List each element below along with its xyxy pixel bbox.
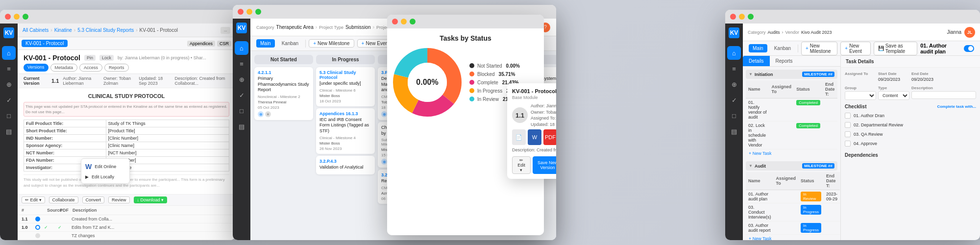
pill-access[interactable]: Access bbox=[79, 64, 102, 72]
kanban-sidebar-reports[interactable]: ▤ bbox=[235, 120, 248, 133]
edit-btn[interactable]: ✏ Edit ▾ bbox=[22, 196, 45, 203]
badge-pin[interactable]: Pin bbox=[84, 55, 96, 61]
audit-new-event-btn[interactable]: + New Event bbox=[840, 42, 870, 55]
minimize-btn[interactable] bbox=[14, 14, 20, 20]
review-btn[interactable]: Review bbox=[108, 196, 130, 203]
tooltip-save-version-btn[interactable]: Save New Version bbox=[533, 156, 556, 174]
breadcrumb-clinical-study[interactable]: 5.3 Clinical Study Reports bbox=[77, 27, 134, 33]
tab-main[interactable]: Main bbox=[256, 39, 275, 48]
tab-kanban[interactable]: Kanban bbox=[278, 39, 302, 48]
kanban-sidebar-clinical[interactable]: ⊕ bbox=[235, 73, 248, 86]
audit-sidebar-home[interactable]: ⌂ bbox=[727, 46, 741, 60]
add-task-initiation[interactable]: + New Task bbox=[746, 149, 837, 157]
audit-sidebar-clinical[interactable]: ⊕ bbox=[727, 77, 741, 91]
card-meta-53: Clinical - Milestone 6 bbox=[319, 88, 371, 93]
audit-row-2[interactable]: 03. Conduct Interview(s) In Progress bbox=[746, 203, 840, 221]
initiation-row-1[interactable]: 01. Notify vendor of audit Completed bbox=[746, 98, 837, 122]
breadcrumb-kinatine[interactable]: Kinatine bbox=[54, 27, 72, 33]
center-minimize-btn[interactable] bbox=[246, 9, 252, 15]
audit-sidebar-quality[interactable]: ✓ bbox=[727, 93, 741, 107]
pie-maximize-btn[interactable] bbox=[410, 19, 416, 24]
audit-sidebar-corporate[interactable]: □ bbox=[727, 109, 741, 122]
sidebar-icon-registry[interactable]: ≡ bbox=[2, 62, 16, 75]
add-task-audit[interactable]: + New Task bbox=[746, 235, 837, 240]
pill-versions[interactable]: Versions bbox=[24, 64, 49, 72]
version-row-3[interactable]: TZ changes bbox=[18, 232, 235, 240]
start-date-label: Start Date bbox=[878, 72, 909, 76]
kanban-sidebar-corporate[interactable]: □ bbox=[235, 104, 248, 118]
dependencies-title: Dependencies bbox=[845, 152, 976, 158]
pin-toggle[interactable] bbox=[964, 45, 974, 52]
th-status-2: Status bbox=[798, 172, 824, 190]
sidebar-icon-clinical[interactable]: ⊕ bbox=[2, 77, 16, 91]
description-input[interactable] bbox=[911, 91, 976, 99]
pie-minimize-btn[interactable] bbox=[401, 19, 407, 24]
pie-close-btn[interactable] bbox=[392, 19, 398, 24]
breadcrumb-all-cabinets[interactable]: All Cabinets bbox=[23, 27, 49, 33]
tab-reports[interactable]: Reports bbox=[770, 56, 799, 66]
card-53csp[interactable]: 5.3 Clinical Study Protocol [under speci… bbox=[316, 67, 375, 106]
checklist-item-2[interactable]: 02. Departmental Review bbox=[845, 121, 976, 130]
version-row-2[interactable]: 1.0 ✓ ✓ Edits from TZ and K... bbox=[18, 223, 235, 232]
audit-tab-main[interactable]: Main bbox=[749, 44, 767, 52]
audit-new-milestone-btn[interactable]: + New Milestone bbox=[801, 42, 837, 55]
sidebar-icon-corporate[interactable]: □ bbox=[2, 109, 16, 122]
kanban-sidebar-registry[interactable]: ≡ bbox=[235, 57, 248, 71]
group-select[interactable] bbox=[845, 91, 876, 100]
collaborate-btn[interactable]: Collaborate bbox=[49, 196, 78, 203]
audit-row-1[interactable]: 01. Author audit plan In Review 2023-09-… bbox=[746, 190, 840, 203]
kanban-sidebar-home[interactable]: ⌂ bbox=[235, 41, 248, 55]
tab-details[interactable]: Details bbox=[743, 56, 770, 66]
version-row-1[interactable]: 1.1 Created from Colla... bbox=[18, 215, 235, 223]
pill-reports[interactable]: Reports bbox=[104, 64, 129, 72]
sidebar-icon-home[interactable]: ⌂ bbox=[2, 46, 16, 60]
sidebar-icon-reports[interactable]: ▤ bbox=[2, 124, 16, 138]
audit-logo[interactable]: KV bbox=[729, 27, 739, 38]
checklist-item-3[interactable]: 03. QA Review bbox=[845, 130, 976, 139]
checklist-item-1[interactable]: 01. Author Dran bbox=[845, 111, 976, 121]
edit-locally-option[interactable]: ▶ Edit Locally bbox=[81, 172, 129, 181]
close-btn[interactable] bbox=[5, 14, 11, 20]
center-maximize-btn[interactable] bbox=[255, 9, 261, 15]
audit-row-3[interactable]: 03. Author audit report In Progress bbox=[746, 221, 840, 235]
right-close-btn[interactable] bbox=[730, 14, 736, 20]
app-logo[interactable]: KV bbox=[3, 27, 14, 38]
checklist-item-4[interactable]: 04. Approve bbox=[845, 139, 976, 148]
right-minimize-btn[interactable] bbox=[739, 14, 745, 20]
tooltip-edit-btn[interactable]: ✏ Edit ▾ bbox=[512, 156, 531, 174]
edit-online-option[interactable]: W Edit Online bbox=[81, 161, 129, 172]
initiation-row-2[interactable]: 02. Lock in schedule with Vendor Complet… bbox=[746, 122, 837, 149]
audit-tab-kanban[interactable]: Kanban bbox=[770, 44, 795, 52]
download-btn[interactable]: ↓ Download ▾ bbox=[134, 196, 168, 203]
checkbox-2[interactable] bbox=[845, 122, 851, 128]
checkbox-1[interactable] bbox=[845, 113, 851, 119]
center-close-btn[interactable] bbox=[238, 9, 244, 15]
checklist-complete-btn[interactable]: Complete task with... bbox=[937, 104, 976, 109]
card-16113[interactable]: Appendices 16.1.3 IEC and IRB Consent Fo… bbox=[316, 108, 375, 154]
kanban-logo[interactable]: KV bbox=[236, 23, 247, 33]
pill-metadata[interactable]: Metadata bbox=[50, 64, 78, 72]
audit-sidebar-registry[interactable]: ≡ bbox=[727, 62, 741, 75]
audit-save-template-btn[interactable]: 💾 Save as Template bbox=[874, 42, 917, 55]
audit-section-table: Name Assigned To Status End Date T: 01. … bbox=[746, 172, 840, 235]
sidebar-icon-quality[interactable]: ✓ bbox=[2, 93, 16, 107]
audit-right-panel: Task Details Assigned To Start Date 09/2… bbox=[841, 56, 980, 240]
type-select[interactable]: Content bbox=[878, 91, 909, 100]
card-4211[interactable]: 4.2.1.1 Primary Pharmacodynamics Study R… bbox=[254, 67, 313, 120]
kanban-sidebar-quality[interactable]: ✓ bbox=[235, 88, 248, 102]
audit-calendar-icon: + bbox=[845, 46, 848, 51]
convert-btn[interactable]: Convert bbox=[82, 196, 105, 203]
tab-csr[interactable]: CSR bbox=[217, 41, 231, 47]
audit-assigned-3 bbox=[774, 221, 799, 235]
doc-tab-protocol[interactable]: KV-001 - Protocol bbox=[22, 40, 68, 47]
checkbox-4[interactable] bbox=[845, 141, 851, 147]
tab-appendices[interactable]: Appendices bbox=[187, 41, 215, 47]
maximize-btn[interactable] bbox=[23, 14, 28, 20]
checkbox-3[interactable] bbox=[845, 131, 851, 137]
right-maximize-btn[interactable] bbox=[748, 14, 754, 20]
breadcrumb-more[interactable]: ... bbox=[220, 27, 230, 34]
card-32p43[interactable]: 3.2.P.4.3 Validation of Analytical bbox=[316, 156, 375, 175]
audit-sidebar-reports[interactable]: ▤ bbox=[727, 124, 741, 138]
legend-dot-in-progress bbox=[469, 88, 474, 93]
new-milestone-btn[interactable]: + New Milestone bbox=[309, 39, 354, 48]
